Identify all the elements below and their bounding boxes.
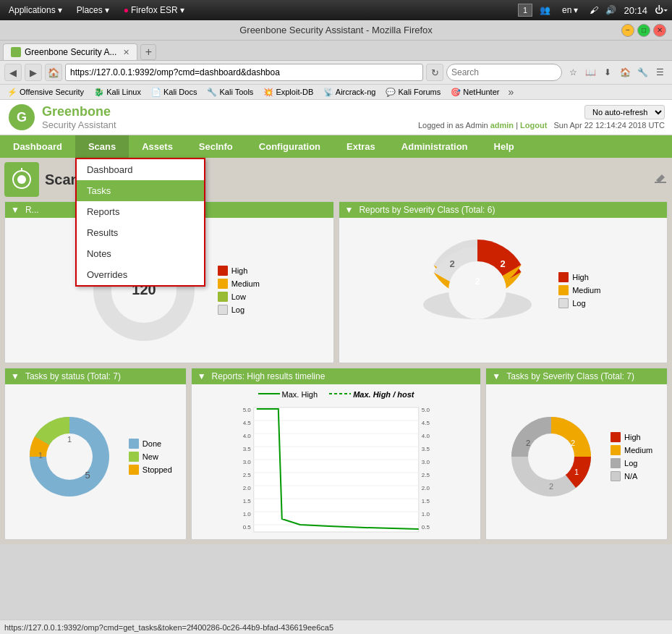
legend-tasks-na-color bbox=[611, 471, 621, 481]
auto-refresh-select[interactable]: No auto-refresh bbox=[584, 105, 665, 119]
taskbar-firefox[interactable]: ● Firefox ESR ▾ bbox=[119, 4, 189, 17]
legend-high-color bbox=[218, 266, 228, 276]
legend-tasks-severity: High Medium Log bbox=[611, 432, 652, 481]
legend-new: New bbox=[129, 452, 172, 462]
tab-close-button[interactable]: ✕ bbox=[123, 48, 129, 57]
dd-overrides[interactable]: Overrides bbox=[77, 264, 204, 285]
bookmark-offensive[interactable]: ⚡ Offensive Security bbox=[4, 87, 87, 98]
legend-tasks-na-label: N/A bbox=[624, 472, 637, 481]
gvm-logo-text: Greenbone Security Assistant bbox=[42, 104, 116, 130]
timeline-legend-solid: Max. High bbox=[258, 390, 318, 399]
legend-stopped: Stopped bbox=[129, 465, 172, 475]
dd-dashboard[interactable]: Dashboard bbox=[77, 159, 204, 180]
legend-low-label: Low bbox=[231, 292, 246, 301]
home-button[interactable]: 🏠 bbox=[45, 64, 62, 81]
chart-results-title: R... bbox=[25, 205, 39, 215]
timeline-legend: Max. High Max. High / host bbox=[258, 390, 414, 399]
donut-svg-br: 2 1 2 2 bbox=[501, 406, 602, 507]
dd-tasks[interactable]: Tasks bbox=[77, 180, 204, 201]
nav-administration[interactable]: Administration bbox=[388, 135, 481, 158]
collapse-icon-left[interactable]: ▼ bbox=[11, 205, 20, 215]
collapse-icon-bm[interactable]: ▼ bbox=[197, 371, 206, 381]
settings-icon[interactable]: 🔧 bbox=[634, 64, 650, 80]
bookmark-aircrack[interactable]: 📡 Aircrack-ng bbox=[320, 87, 378, 98]
nav-dashboard[interactable]: Dashboard bbox=[0, 135, 75, 158]
timeline-svg: 5.0 4.5 4.0 3.5 3.0 2.5 2.0 1.5 1.0 0.5 … bbox=[197, 403, 475, 533]
svg-text:5.0: 5.0 bbox=[422, 407, 430, 413]
taskbar-applications[interactable]: Applications ▾ bbox=[4, 4, 67, 17]
legend-medium: Medium bbox=[218, 279, 260, 289]
nav-assets[interactable]: Assets bbox=[129, 135, 186, 158]
back-button[interactable]: ◀ bbox=[4, 64, 22, 81]
bookmark-kalidocs[interactable]: 📄 Kali Docs bbox=[148, 87, 200, 98]
download-icon[interactable]: ⬇ bbox=[600, 64, 616, 80]
legend-tasks-medium: Medium bbox=[611, 445, 652, 455]
status-url: https://127.0.0.1:9392/omp?cmd=get_tasks… bbox=[4, 623, 333, 632]
collapse-icon-right[interactable]: ▼ bbox=[345, 205, 354, 215]
bookmark-nethunter[interactable]: 🎯 NetHunter bbox=[448, 87, 502, 98]
search-input[interactable] bbox=[446, 64, 562, 81]
legend-new-label: New bbox=[143, 452, 158, 461]
nav-configuration[interactable]: Configuration bbox=[246, 135, 333, 158]
page-edit-button[interactable] bbox=[653, 172, 668, 188]
legend-reports-medium-color bbox=[558, 285, 569, 295]
taskbar-places[interactable]: Places ▾ bbox=[72, 4, 114, 17]
active-tab[interactable]: Greenbone Security A... ✕ bbox=[3, 43, 137, 60]
svg-text:4.5: 4.5 bbox=[422, 420, 430, 426]
logout-link[interactable]: Logout bbox=[520, 121, 547, 130]
collapse-icon-br[interactable]: ▼ bbox=[492, 371, 501, 381]
taskbar-firefox-label: Firefox ESR bbox=[131, 5, 178, 15]
nav-secinfo[interactable]: SecInfo bbox=[186, 135, 246, 158]
bookmarks-more[interactable]: » bbox=[508, 86, 514, 98]
taskbar-power-icon[interactable]: ⏻▾ bbox=[655, 5, 668, 15]
nav-extras[interactable]: Extras bbox=[333, 135, 388, 158]
status-bar: https://127.0.0.1:9392/omp?cmd=get_tasks… bbox=[0, 620, 672, 634]
dd-reports[interactable]: Reports bbox=[77, 201, 204, 222]
svg-text:1.5: 1.5 bbox=[242, 498, 251, 504]
bookmark-exploitdb[interactable]: 💥 Exploit-DB bbox=[260, 87, 316, 98]
svg-text:1: 1 bbox=[574, 468, 579, 476]
dd-results[interactable]: Results bbox=[77, 222, 204, 243]
legend-low: Low bbox=[218, 292, 260, 302]
page-icon bbox=[4, 162, 39, 197]
legend-new-color bbox=[129, 452, 139, 462]
nav-help[interactable]: Help bbox=[481, 135, 527, 158]
nav-scans[interactable]: Scans Dashboard Tasks Reports Results No… bbox=[75, 135, 129, 158]
close-button[interactable]: ✕ bbox=[653, 24, 666, 37]
star-icon[interactable]: ☆ bbox=[565, 64, 581, 80]
nav-icons: ☆ 📖 ⬇ 🏠 🔧 ☰ bbox=[565, 64, 668, 80]
chart-tasks-severity: ▼ Tasks by Severity Class (Total: 7) bbox=[485, 368, 668, 540]
home-nav-icon[interactable]: 🏠 bbox=[617, 64, 633, 80]
legend-tasks-medium-label: Medium bbox=[624, 446, 652, 455]
maximize-button[interactable]: □ bbox=[637, 24, 650, 37]
gvm-logo: G Greenbone Security Assistant bbox=[7, 103, 116, 132]
svg-text:3.5: 3.5 bbox=[242, 446, 251, 452]
legend-medium-color bbox=[218, 279, 228, 289]
bookmark-icon[interactable]: 📖 bbox=[582, 64, 598, 80]
svg-point-11 bbox=[448, 261, 506, 319]
svg-text:2: 2 bbox=[501, 258, 506, 269]
menu-icon[interactable]: ☰ bbox=[652, 64, 668, 80]
new-tab-button[interactable]: + bbox=[140, 44, 156, 60]
collapse-icon-bl[interactable]: ▼ bbox=[11, 371, 20, 381]
refresh-dropdown[interactable]: No auto-refresh bbox=[584, 105, 665, 119]
bookmark-kaliforums[interactable]: 💬 Kali Forums bbox=[383, 87, 443, 98]
bookmark-kali[interactable]: 🐉 Kali Linux bbox=[91, 87, 144, 98]
minimize-button[interactable]: − bbox=[621, 24, 634, 37]
dd-notes[interactable]: Notes bbox=[77, 243, 204, 264]
donut-tasks-status: 1 1 5 Done New bbox=[19, 406, 172, 507]
refresh-button[interactable]: ↻ bbox=[426, 64, 443, 81]
legend-log: Log bbox=[218, 305, 260, 315]
url-bar[interactable] bbox=[65, 64, 423, 81]
chart-timeline-body: Max. High Max. High / host 5.0 4.5 4.0 bbox=[192, 384, 481, 539]
bookmark-kalitools[interactable]: 🔧 Kali Tools bbox=[204, 87, 256, 98]
username-link[interactable]: admin bbox=[490, 121, 514, 130]
svg-text:0.5: 0.5 bbox=[422, 524, 430, 531]
legend-tasks-na: N/A bbox=[611, 471, 652, 481]
taskbar-lang[interactable]: en ▾ bbox=[558, 4, 582, 17]
svg-text:2.0: 2.0 bbox=[422, 485, 430, 491]
svg-text:2: 2 bbox=[549, 482, 553, 491]
forward-button[interactable]: ▶ bbox=[25, 64, 42, 81]
tab-title: Greenbone Security A... bbox=[25, 47, 116, 57]
firefox-icon: ● bbox=[124, 5, 129, 15]
